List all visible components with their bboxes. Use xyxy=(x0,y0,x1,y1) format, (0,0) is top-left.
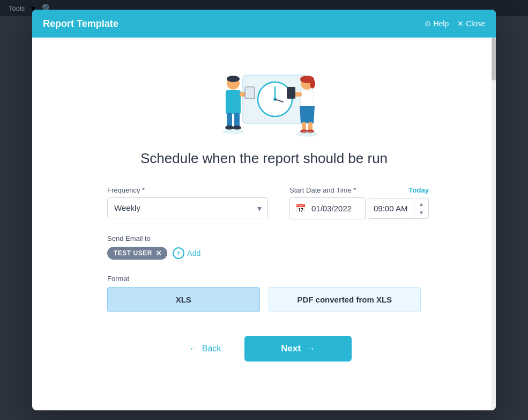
header-actions: ⊙ Help ✕ Close xyxy=(425,19,485,28)
svg-rect-8 xyxy=(227,113,232,128)
svg-point-17 xyxy=(310,79,315,89)
send-email-label: Send Email to xyxy=(107,234,421,242)
arrow-left-icon: ← xyxy=(189,344,198,353)
modal-footer: ← Back Next → xyxy=(32,327,496,374)
schedule-illustration xyxy=(195,54,334,139)
time-wrapper: ▲ ▼ xyxy=(368,198,429,219)
report-template-modal: Report Template ⊙ Help ✕ Close xyxy=(32,10,496,410)
frequency-group: Frequency * Once Daily Weekly Monthly Ye… xyxy=(107,186,268,218)
tag-remove-button[interactable]: ✕ xyxy=(155,249,162,257)
frequency-select[interactable]: Once Daily Weekly Monthly Yearly xyxy=(107,197,268,218)
svg-rect-25 xyxy=(287,87,295,99)
svg-point-6 xyxy=(227,76,240,82)
calendar-icon: 📅 xyxy=(290,198,311,219)
add-circle-icon: + xyxy=(173,247,184,259)
back-button[interactable]: ← Back xyxy=(176,337,234,360)
form-section: Frequency * Once Daily Weekly Monthly Ye… xyxy=(32,186,496,312)
today-link[interactable]: Today xyxy=(409,186,429,194)
help-icon: ⊙ xyxy=(425,19,431,28)
format-xls-button[interactable]: XLS xyxy=(107,287,260,312)
date-time-row: 📅 ▲ ▼ xyxy=(289,197,429,219)
close-icon: ✕ xyxy=(457,19,464,28)
time-spinners: ▲ ▼ xyxy=(414,200,428,217)
time-up-button[interactable]: ▲ xyxy=(414,200,428,209)
format-pdf-button[interactable]: PDF converted from XLS xyxy=(269,287,421,312)
svg-rect-13 xyxy=(245,87,255,99)
time-input[interactable] xyxy=(368,198,414,218)
time-down-button[interactable]: ▼ xyxy=(414,209,428,217)
add-label: Add xyxy=(187,249,200,257)
scrollbar-track[interactable] xyxy=(492,38,496,410)
next-label: Next xyxy=(281,343,301,354)
format-options: XLS PDF converted from XLS xyxy=(107,287,421,312)
frequency-label: Frequency * xyxy=(107,186,268,194)
email-tags-row: TEST USER ✕ + Add xyxy=(107,247,421,260)
start-date-label-row: Start Date and Time * Today xyxy=(289,186,429,194)
date-input-wrapper: 📅 xyxy=(289,197,366,219)
scrollbar-thumb[interactable] xyxy=(492,38,496,80)
svg-rect-9 xyxy=(234,113,240,128)
svg-rect-7 xyxy=(226,90,241,114)
modal-body: Schedule when the report should be run F… xyxy=(32,38,496,410)
start-date-group: Start Date and Time * Today 📅 ▲ ▼ xyxy=(289,186,429,219)
format-section: Format XLS PDF converted from XLS xyxy=(107,275,421,312)
test-user-tag-label: TEST USER xyxy=(114,249,152,257)
page-heading: Schedule when the report should be run xyxy=(32,150,496,167)
date-input[interactable] xyxy=(311,198,365,218)
svg-point-26 xyxy=(296,131,318,137)
start-date-label: Start Date and Time * xyxy=(289,186,356,194)
send-email-section: Send Email to TEST USER ✕ + Add xyxy=(107,234,421,260)
test-user-tag: TEST USER ✕ xyxy=(107,247,167,260)
svg-point-14 xyxy=(222,129,244,134)
next-button[interactable]: Next → xyxy=(244,336,352,362)
arrow-right-icon: → xyxy=(306,343,315,354)
format-label: Format xyxy=(107,275,421,283)
add-email-button[interactable]: + Add xyxy=(173,247,200,259)
back-label: Back xyxy=(202,344,221,353)
form-row-top: Frequency * Once Daily Weekly Monthly Ye… xyxy=(107,186,421,219)
close-button[interactable]: ✕ Close xyxy=(457,19,485,28)
illustration-area xyxy=(32,38,496,150)
modal-header: Report Template ⊙ Help ✕ Close xyxy=(32,10,496,38)
svg-marker-19 xyxy=(300,106,315,123)
frequency-select-wrapper: Once Daily Weekly Monthly Yearly ▾ xyxy=(107,197,268,218)
svg-rect-18 xyxy=(301,90,314,106)
modal-title: Report Template xyxy=(43,18,118,30)
help-button[interactable]: ⊙ Help xyxy=(425,19,449,28)
